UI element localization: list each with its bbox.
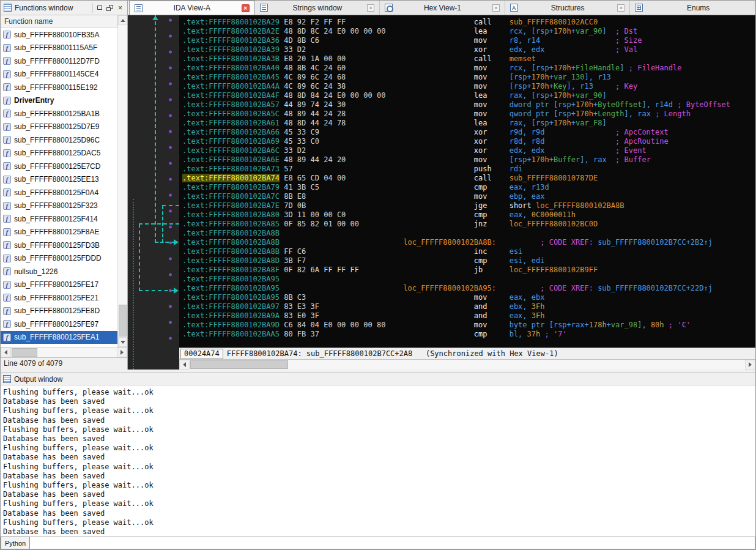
function-list-item[interactable]: sub_FFFFF8800125FDDD [1, 252, 117, 266]
asm-line[interactable]: .text:FFFFF8800102BA2E 48 8D 8C 24 E0 00… [182, 27, 755, 36]
asm-line[interactable]: .text:FFFFF8800102BA8B [182, 229, 755, 238]
asm-line[interactable]: .text:FFFFF8800102BA57 44 89 74 24 30 mo… [182, 100, 755, 110]
function-name-column-header[interactable]: Function name [1, 15, 117, 28]
tab-close-icon[interactable]: × [242, 4, 250, 12]
asm-line[interactable]: .text:FFFFF8800102BA4A 4C 89 6C 24 38 mo… [182, 82, 755, 91]
asm-line[interactable]: .text:FFFFF8800102BA8D 3B F7 cmp esi, ed… [182, 256, 755, 266]
function-list-item[interactable]: sub_FFFFF8800125FE21 [1, 291, 117, 305]
asm-line[interactable]: .text:FFFFF8800102BA7C 8B E8 mov ebp, ea… [182, 192, 755, 201]
function-list-item[interactable]: sub_FFFFF8800125FD3B [1, 239, 117, 252]
function-list-item[interactable]: sub_FFFFF8800125FE17 [1, 278, 117, 292]
asm-line[interactable]: .text:FFFFF8800102BA5C 48 89 44 24 28 mo… [182, 110, 755, 119]
function-list-item[interactable]: sub_FFFFF8800125F323 [1, 199, 117, 213]
tab-enums[interactable]: Enums [630, 1, 755, 15]
asm-line[interactable]: .text:FFFFF8800102BA8F 0F 82 6A FF FF FF… [182, 266, 755, 275]
asm-line[interactable]: .text:FFFFF8800102BA73 57 push rdi [182, 165, 755, 174]
disassembly-horizontal-scrollbar[interactable] [179, 359, 755, 370]
asm-line[interactable]: .text:FFFFF8800102BA6C 33 D2 xor edx, ed… [182, 146, 755, 155]
tab-strings-window[interactable]: Strings window× [255, 1, 380, 15]
scroll-right-button[interactable] [745, 360, 755, 370]
function-list-item[interactable]: sub_FFFFF88001145CE4 [1, 68, 117, 81]
python-button[interactable]: Python [1, 537, 30, 549]
asm-token: .text:FFFFF8800102BA6C [182, 146, 280, 155]
horizontal-scroll-track[interactable] [190, 360, 745, 370]
tab-structures[interactable]: Structures× [505, 1, 631, 15]
scroll-left-button[interactable] [1, 347, 11, 357]
asm-line[interactable]: .text:FFFFF8800102BA36 4D 8B C6 mov r8, … [182, 36, 755, 45]
function-list-item[interactable]: sub_FFFFF8800115E192 [1, 81, 117, 94]
float-button[interactable] [105, 3, 115, 13]
asm-line[interactable]: .text:FFFFF8800102BA7E 7D 0B jge short l… [182, 201, 755, 210]
asm-line[interactable]: .text:FFFFF8800102BA6E 48 89 44 24 20 mo… [182, 155, 755, 165]
disassembly-code[interactable]: .text:FFFFF8800102BA29 E8 92 F2 FF FF ca… [179, 15, 755, 347]
asm-line[interactable]: .text:FFFFF8800102BA79 41 3B C5 cmp eax,… [182, 183, 755, 192]
asm-token: 48 8D 44 24 78 [284, 119, 474, 127]
functions-vertical-scrollbar[interactable] [117, 15, 127, 347]
horizontal-scroll-thumb[interactable] [12, 348, 37, 357]
function-list-item[interactable]: DriverEntry [1, 94, 117, 108]
asm-token: loc_FFFFF8800102BA8B: [403, 238, 496, 247]
function-list-item[interactable]: sub_FFFFF8800125FEA1 [1, 331, 117, 344]
output-line: Flushing buffers, please wait...ok [3, 518, 755, 527]
horizontal-scroll-track[interactable] [11, 347, 117, 357]
asm-line[interactable]: .text:FFFFF8800102BA85 0F 85 82 01 00 00… [182, 220, 755, 229]
scroll-up-button[interactable] [118, 15, 127, 25]
output-titlebar[interactable]: Output window [1, 373, 755, 385]
asm-line[interactable]: .text:FFFFF8800102BA9A 83 E0 3F and eax,… [182, 311, 755, 321]
asm-line[interactable]: .text:FFFFF8800102BA69 45 33 C0 xor r8d,… [182, 137, 755, 146]
function-list-item[interactable]: sub_FFFFF88001115A5F [1, 42, 117, 55]
asm-line[interactable]: .text:FFFFF8800102BA29 E8 92 F2 FF FF ca… [182, 18, 755, 27]
tab-close-icon[interactable]: × [367, 4, 374, 12]
tab-close-icon[interactable]: × [617, 4, 624, 12]
asm-line[interactable]: .text:FFFFF8800102BA8B FF C6 inc esi [182, 247, 755, 256]
functions-titlebar[interactable]: Functions window × [1, 1, 127, 15]
asm-line[interactable]: .text:FFFFF8800102BA95 loc_FFFFF8800102B… [182, 284, 755, 293]
asm-line[interactable]: .text:FFFFF8800102BA95 [182, 275, 755, 284]
asm-line[interactable]: .text:FFFFF8800102BAA5 80 FB 37 cmp bl, … [182, 330, 755, 339]
horizontal-scroll-thumb[interactable] [190, 360, 288, 369]
function-list-item[interactable]: sub_FFFFF8800125BA1B [1, 107, 117, 121]
minimize-button[interactable] [94, 3, 105, 13]
asm-line[interactable]: .text:FFFFF8800102BA8B loc_FFFFF8800102B… [182, 238, 755, 247]
output-log[interactable]: Flushing buffers, please wait...okDataba… [1, 385, 755, 537]
close-button[interactable]: × [115, 3, 125, 13]
function-list-item[interactable]: sub_FFFFF8800125EE13 [1, 173, 117, 187]
function-list-item[interactable]: sub_FFFFF8800125D96C [1, 133, 117, 147]
function-list-item[interactable]: sub_FFFFF8800125DAC5 [1, 147, 117, 160]
asm-line[interactable]: .text:FFFFF8800102BA66 45 33 C9 xor r9d,… [182, 128, 755, 137]
function-list-item[interactable]: sub_FFFFF8800125D7E9 [1, 121, 117, 134]
function-list-item[interactable]: sub_FFFFF8800125F414 [1, 212, 117, 226]
vertical-scroll-thumb[interactable] [119, 305, 127, 336]
asm-line[interactable]: .text:FFFFF8800102BA4F 48 8D 84 24 E0 00… [182, 91, 755, 100]
tab-close-icon[interactable]: × [492, 4, 500, 12]
asm-line[interactable]: .text:FFFFF8800102BA40 48 8B 4C 24 60 mo… [182, 64, 755, 73]
function-list-item[interactable]: sub_FFFFF8800125FE97 [1, 318, 117, 331]
asm-line[interactable]: .text:FFFFF8800102BA39 33 D2 xor edx, ed… [182, 45, 755, 54]
function-list-item[interactable]: sub_FFFFF880010FB35A [1, 28, 117, 42]
scroll-left-button[interactable] [179, 360, 190, 370]
functions-horizontal-scrollbar[interactable] [1, 347, 127, 357]
function-list-item[interactable]: sub_FFFFF8800125F0A4 [1, 186, 117, 199]
cli-input[interactable] [30, 537, 755, 549]
asm-line[interactable]: .text:FFFFF8800102BA80 3D 11 00 00 C0 cm… [182, 210, 755, 220]
asm-line[interactable]: .text:FFFFF8800102BA74 E8 65 CD 04 00 ca… [182, 174, 755, 183]
vertical-scroll-track[interactable] [118, 25, 127, 337]
function-list-item[interactable]: sub_FFFFF8800125FE8D [1, 305, 117, 318]
asm-line[interactable]: .text:FFFFF8800102BA45 4C 89 6C 24 68 mo… [182, 73, 755, 82]
down-arrow-icon [120, 341, 125, 344]
hex-icon [385, 4, 393, 12]
asm-line[interactable]: .text:FFFFF8800102BA61 48 8D 44 24 78 le… [182, 119, 755, 128]
function-list-item[interactable]: sub_FFFFF8800125E7CD [1, 160, 117, 173]
function-list-item[interactable]: sub_FFFFF8800125F8AE [1, 226, 117, 239]
asm-token: E8 20 1A 00 00 [284, 54, 474, 63]
function-list-item[interactable]: sub_FFFFF8800112D7FD [1, 54, 117, 68]
asm-line[interactable]: .text:FFFFF8800102BA9D C6 84 04 E0 00 00… [182, 321, 755, 330]
function-list-item[interactable]: nullsub_1226 [1, 265, 117, 278]
asm-line[interactable]: .text:FFFFF8800102BA95 8B C3 mov eax, eb… [182, 293, 755, 302]
tab-hex-view-1[interactable]: Hex View-1× [380, 1, 505, 15]
scroll-down-button[interactable] [118, 337, 127, 347]
scroll-right-button[interactable] [117, 347, 127, 357]
tab-ida-view-a[interactable]: IDA View-A× [129, 1, 255, 15]
asm-line[interactable]: .text:FFFFF8800102BA3B E8 20 1A 00 00 ca… [182, 54, 755, 64]
asm-line[interactable]: .text:FFFFF8800102BA97 83 E3 3F and ebx,… [182, 302, 755, 311]
